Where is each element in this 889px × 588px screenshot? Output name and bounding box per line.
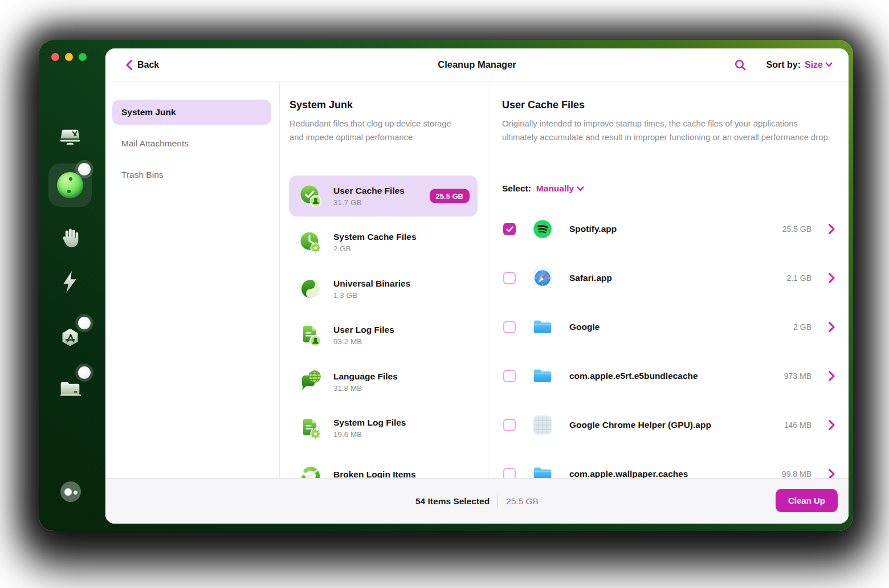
nav-item-trash-bins[interactable]: Trash Bins	[112, 162, 271, 187]
select-mode-value: Manually	[536, 183, 574, 194]
items-selected-count: 54 Items Selected	[415, 496, 490, 507]
display-cleaner-icon[interactable]	[57, 125, 83, 151]
file-size: 2 GB	[759, 322, 811, 332]
category-size: 31.8 MB	[333, 384, 478, 393]
app-store-icon[interactable]	[57, 326, 83, 352]
file-name: com.apple.wallpaper.caches	[569, 469, 759, 479]
selected-size-badge: 25.5 GB	[430, 189, 470, 203]
folder-icon[interactable]	[57, 375, 83, 402]
avatar-dot-small	[74, 491, 78, 495]
yin-yang-icon	[298, 276, 323, 301]
file-row[interactable]: Spotify.app 25.5 GB	[499, 212, 837, 246]
zoom-window-button[interactable]	[79, 53, 87, 61]
detail-description: Originally intended to improve startup t…	[502, 117, 831, 144]
minimize-window-button[interactable]	[65, 53, 73, 61]
row-checkbox[interactable]	[503, 419, 516, 431]
category-label: System Cache Files	[333, 232, 478, 242]
broken-login-icon	[298, 462, 323, 479]
system-junk-panel: System Junk Redundant files that clog up…	[279, 81, 488, 479]
chevron-down-icon	[825, 62, 833, 67]
nav-item-label: Trash Bins	[121, 170, 164, 180]
row-checkbox[interactable]	[503, 370, 516, 382]
file-row[interactable]: com.apple.e5rt.e5bundlecache 973 MB	[499, 359, 837, 393]
doc-gear-icon	[298, 416, 323, 441]
user-cache-files-panel: User Cache Files Originally intended to …	[488, 81, 849, 479]
category-row[interactable]: User Log Files 93.2 MB	[289, 315, 478, 356]
sort-by-dropdown[interactable]: Size	[805, 60, 833, 70]
nav-item-label: System Junk	[121, 107, 176, 117]
panel-description: Redundant files that clog up device stor…	[289, 117, 460, 144]
file-row[interactable]: com.apple.wallpaper.caches 99.8 MB	[499, 457, 837, 479]
category-label: Broken Login Items	[333, 469, 478, 479]
notification-dot	[78, 163, 91, 175]
spotify-icon	[531, 217, 554, 241]
hand-stop-icon[interactable]	[57, 225, 83, 251]
nav-item-system-junk[interactable]: System Junk	[112, 100, 271, 125]
chevron-right-icon[interactable]	[829, 273, 837, 283]
folder-blue-icon	[531, 462, 554, 479]
file-size: 973 MB	[759, 371, 811, 381]
category-row[interactable]: Broken Login Items	[289, 454, 478, 479]
safari-icon	[531, 266, 554, 290]
sort-by-label: Sort by:	[766, 60, 801, 70]
toolbar: Back Cleanup Manager Sort by: Size	[105, 48, 849, 81]
green-ball	[57, 172, 83, 198]
category-row[interactable]: System Cache Files 2 GB	[289, 222, 478, 263]
notification-dot	[78, 366, 91, 379]
lightning-icon[interactable]	[57, 269, 83, 295]
row-checkbox[interactable]	[503, 321, 516, 333]
category-size: 2 GB	[333, 244, 478, 253]
file-size: 146 MB	[759, 420, 811, 430]
panel-title: System Junk	[289, 99, 460, 111]
file-row[interactable]: Safari.app 2.1 GB	[499, 261, 837, 295]
select-mode-dropdown[interactable]: Manually	[536, 183, 584, 194]
app-sidebar	[39, 40, 105, 531]
category-row[interactable]: User Cache Files 31.7 GB 25.5 GB	[289, 175, 478, 217]
globe-chat-icon	[298, 369, 323, 394]
category-size: 19.6 MB	[333, 430, 478, 439]
file-name: Safari.app	[569, 273, 759, 283]
assistant-avatar[interactable]	[60, 481, 81, 502]
file-name: Spotify.app	[569, 224, 759, 234]
file-name: Google Chrome Helper (GPU).app	[569, 420, 759, 430]
chevron-right-icon[interactable]	[829, 322, 837, 332]
detail-title: User Cache Files	[502, 99, 831, 111]
close-window-button[interactable]	[51, 53, 59, 61]
chevron-down-icon	[577, 186, 584, 191]
chevron-right-icon[interactable]	[829, 371, 837, 381]
sort-value: Size	[805, 60, 823, 70]
category-row[interactable]: Language Files 31.8 MB	[289, 361, 478, 402]
folder-blue-icon	[531, 364, 554, 388]
category-row[interactable]: Universal Binaries 1.3 GB	[289, 268, 478, 309]
category-row[interactable]: System Log Files 19.6 MB	[289, 408, 478, 449]
chevron-right-icon[interactable]	[829, 224, 837, 234]
clock-user-icon	[298, 183, 323, 209]
file-row[interactable]: Google 2 GB	[499, 310, 837, 344]
avatar-dot-large	[64, 488, 72, 496]
category-label: System Log Files	[333, 418, 478, 428]
back-button[interactable]: Back	[126, 48, 159, 81]
row-checkbox[interactable]	[503, 468, 516, 479]
doc-user-icon	[298, 323, 323, 348]
search-icon[interactable]	[735, 59, 746, 71]
row-checkbox[interactable]	[503, 223, 516, 235]
bottom-bar: 54 Items Selected 25.5 GB Clean Up	[105, 478, 849, 524]
folder-blue-icon	[531, 315, 554, 339]
file-size: 99.8 MB	[759, 469, 811, 479]
chevron-right-icon[interactable]	[829, 469, 837, 479]
chevron-right-icon[interactable]	[829, 420, 837, 430]
category-label: Language Files	[333, 371, 478, 382]
row-checkbox[interactable]	[503, 272, 516, 284]
nav-item-label: Mail Attachments	[121, 138, 189, 149]
category-size: 1.3 GB	[333, 291, 478, 300]
selected-total-size: 25.5 GB	[506, 496, 539, 507]
file-size: 25.5 GB	[759, 224, 811, 234]
app-window: Back Cleanup Manager Sort by: Size Syste…	[39, 40, 853, 531]
category-nav: System Junk Mail Attachments Trash Bins	[105, 81, 279, 479]
back-label: Back	[137, 60, 159, 70]
file-row[interactable]: Google Chrome Helper (GPU).app 146 MB	[499, 408, 837, 442]
clean-up-button[interactable]: Clean Up	[776, 489, 838, 512]
nav-item-mail-attachments[interactable]: Mail Attachments	[112, 131, 271, 156]
generic-app-icon	[531, 413, 554, 437]
file-name: com.apple.e5rt.e5bundlecache	[569, 371, 759, 381]
